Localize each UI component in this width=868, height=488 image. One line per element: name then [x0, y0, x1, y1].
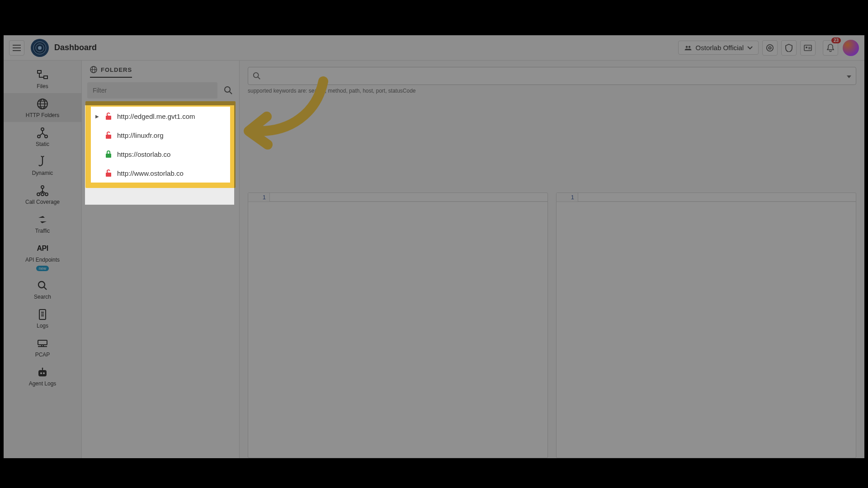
nav-item-files[interactable]: Files: [4, 64, 81, 93]
folder-item[interactable]: ▶ http://www.ostorlab.co: [91, 164, 230, 183]
search-hint-text: supported keywords are: search, method, …: [248, 88, 856, 94]
folder-item[interactable]: ▶ https://ostorlab.co: [91, 145, 230, 164]
svg-rect-12: [44, 76, 47, 79]
svg-rect-10: [808, 48, 811, 49]
globe-icon: [36, 98, 49, 110]
main-search-input[interactable]: [248, 67, 856, 85]
svg-point-22: [38, 282, 45, 288]
nav-item-agent-logs[interactable]: Agent Logs: [4, 361, 81, 390]
nav-item-static[interactable]: Static: [4, 122, 81, 151]
svg-point-36: [254, 73, 259, 78]
id-card-icon: [804, 45, 812, 51]
svg-rect-24: [38, 340, 47, 345]
arrows-swap-icon: [36, 213, 49, 226]
code-pane-body[interactable]: [557, 202, 856, 458]
folder-item[interactable]: ▶ http://edgedl.me.gvt1.com: [91, 107, 230, 126]
expand-caret-icon[interactable]: ▶: [95, 114, 100, 119]
code-pane-body[interactable]: [248, 202, 547, 458]
magnifier-icon: [36, 279, 49, 292]
coverage-tree-icon: [36, 184, 49, 197]
folder-url: http://www.ostorlab.co: [117, 169, 184, 177]
shield-icon: [785, 44, 793, 52]
organization-name: Ostorlab Official: [696, 44, 744, 52]
folder-url: http://edgedl.me.gvt1.com: [117, 113, 195, 120]
code-line[interactable]: [270, 193, 547, 202]
lock-open-icon: [104, 169, 113, 177]
nav-item-api-endpoints[interactable]: API API Endpoints new: [4, 238, 81, 275]
folder-url: http://linuxfr.org: [117, 131, 164, 139]
folder-list-highlighted: ▶ http://edgedl.me.gvt1.com ▶ http://lin…: [85, 101, 236, 188]
line-number: 1: [557, 193, 578, 202]
group-icon: [684, 45, 692, 51]
svg-rect-25: [38, 370, 47, 376]
api-text-icon: API: [36, 242, 49, 255]
left-sidebar: Files HTTP Folders Static Dynamic Call C…: [4, 61, 81, 458]
svg-point-8: [806, 47, 807, 48]
shield-button[interactable]: [781, 40, 797, 56]
card-button[interactable]: [800, 40, 816, 56]
code-pane-right: 1: [556, 192, 856, 458]
folders-panel: FOLDERS ▶ http://edgedl.me.gvt1.com ▶: [81, 61, 240, 458]
folder-filter-input[interactable]: [87, 82, 217, 99]
svg-point-28: [42, 368, 43, 369]
svg-rect-34: [106, 154, 111, 158]
svg-point-27: [43, 372, 45, 374]
nav-item-pcap[interactable]: PCAP: [4, 333, 81, 361]
notification-count-badge: 23: [831, 38, 841, 43]
organization-dropdown[interactable]: Ostorlab Official: [678, 41, 759, 55]
folders-tab[interactable]: FOLDERS: [90, 66, 132, 78]
hook-icon: [36, 155, 49, 168]
svg-point-26: [40, 372, 42, 374]
search-icon: [253, 72, 261, 80]
user-avatar[interactable]: [843, 40, 859, 56]
page-title: Dashboard: [54, 43, 97, 52]
annotation-arrow-icon: [235, 73, 335, 155]
svg-point-4: [688, 46, 690, 48]
robot-icon: [36, 366, 49, 379]
logs-icon: [36, 308, 49, 321]
code-line[interactable]: [578, 193, 856, 202]
svg-rect-35: [106, 173, 111, 177]
static-tree-icon: [36, 127, 49, 139]
hamburger-menu-button[interactable]: [9, 40, 24, 56]
nav-item-http-folders[interactable]: HTTP Folders: [4, 93, 81, 122]
svg-rect-33: [106, 135, 111, 139]
line-number: 1: [248, 193, 270, 202]
nav-item-logs[interactable]: Logs: [4, 304, 81, 333]
scan-button[interactable]: [762, 40, 778, 56]
pcap-icon: [36, 337, 49, 350]
lock-open-icon: [104, 131, 113, 139]
svg-rect-7: [804, 45, 811, 51]
nav-item-dynamic[interactable]: Dynamic: [4, 151, 81, 180]
lock-open-icon: [104, 112, 113, 120]
main-content: supported keywords are: search, method, …: [240, 61, 864, 458]
globe-small-icon: [90, 66, 97, 73]
svg-point-15: [41, 128, 44, 131]
svg-point-5: [767, 44, 773, 51]
svg-point-18: [41, 186, 44, 188]
folder-filter-search-button[interactable]: [221, 83, 236, 98]
files-tree-icon: [36, 69, 49, 81]
chevron-down-icon: [747, 46, 753, 50]
code-pane-left: 1: [248, 192, 548, 458]
app-header: Dashboard Ostorlab Official 23: [4, 35, 864, 61]
svg-rect-9: [808, 47, 811, 48]
svg-point-2: [38, 46, 42, 50]
svg-rect-32: [106, 116, 111, 120]
new-badge: new: [36, 266, 49, 271]
svg-point-3: [685, 46, 688, 48]
svg-rect-11: [38, 70, 41, 73]
lock-closed-icon: [104, 150, 113, 158]
svg-point-6: [769, 47, 771, 49]
nav-item-call-coverage[interactable]: Call Coverage: [4, 180, 81, 209]
bell-icon: [827, 44, 834, 52]
nav-item-search[interactable]: Search: [4, 275, 81, 304]
app-logo: [31, 39, 49, 57]
search-icon: [224, 86, 233, 95]
hamburger-icon: [13, 45, 21, 51]
svg-point-31: [225, 87, 230, 92]
nav-item-traffic[interactable]: Traffic: [4, 209, 81, 238]
dropdown-caret-icon[interactable]: [847, 72, 851, 80]
folder-url: https://ostorlab.co: [117, 150, 170, 158]
folder-item[interactable]: ▶ http://linuxfr.org: [91, 126, 230, 145]
